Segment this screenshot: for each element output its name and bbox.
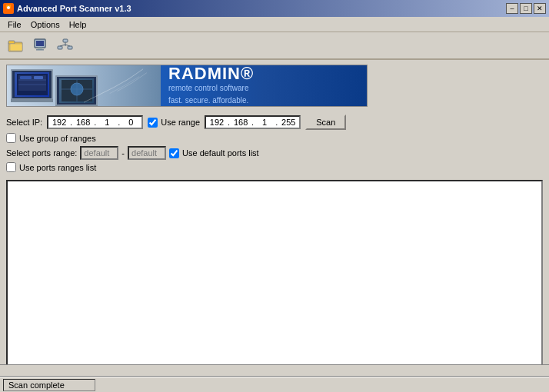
svg-point-2 [7,6,10,9]
svg-rect-21 [34,76,43,79]
app-icon [3,3,14,14]
ip-dot-2: . [93,118,97,127]
ip-input-group: . . . [47,115,143,129]
menu-file[interactable]: File [3,18,26,31]
monitor-base-1 [11,99,53,102]
monitor-images [11,69,98,106]
port-to-input[interactable] [128,146,166,160]
port-range-dash: - [121,148,125,158]
range-ip-dot-3: . [274,118,278,127]
ports-ranges-row: Use ports ranges list [6,162,543,172]
monitor-screen-1 [15,72,49,97]
range-ip-octet-2[interactable] [231,118,250,127]
range-ip-dot-2: . [251,118,255,127]
use-range-label[interactable]: Use range [148,118,200,128]
title-bar: Advanced Port Scanner v1.3 – □ ✕ [0,0,549,17]
controls-area: Select IP: . . . Use range . . . Scan [0,111,549,177]
monitor-1 [11,69,53,100]
minimize-button[interactable]: – [506,3,518,14]
range-ip-octet-3[interactable] [255,118,274,127]
select-ip-label: Select IP: [6,118,42,127]
monitor-2 [55,75,98,106]
results-area[interactable] [6,180,543,392]
range-ip-input-group: . . . [205,115,301,129]
use-default-ports-checkbox[interactable] [169,148,179,158]
title-text: Advanced Port Scanner v1.3 [3,3,131,14]
svg-rect-7 [36,41,44,46]
toolbar [0,32,549,60]
computer-button[interactable] [29,35,52,56]
menu-help[interactable]: Help [65,18,92,31]
svg-line-14 [60,45,65,46]
svg-rect-20 [20,76,32,79]
range-ip-octet-1[interactable] [208,118,226,127]
status-panel: Scan complete [3,379,95,391]
ports-label: Select ports range: [6,148,77,158]
radmin-banner: RADMIN® remote control software fast. se… [6,65,368,107]
monitor-base-2 [55,105,98,106]
svg-rect-9 [36,49,44,51]
use-range-checkbox[interactable] [148,118,158,128]
svg-rect-12 [68,46,72,49]
ip-row: Select IP: . . . Use range . . . Scan [6,115,543,130]
group-ranges-row: Use group of ranges [6,133,543,143]
use-ports-ranges-checkbox[interactable] [6,162,16,172]
range-ip-octet-4[interactable] [279,118,298,127]
ip-octet-2[interactable] [74,118,92,127]
use-group-checkbox[interactable] [6,133,16,143]
menu-bar: File Options Help [0,17,549,32]
close-button[interactable]: ✕ [534,3,546,14]
use-default-ports-label[interactable]: Use default ports list [169,148,259,158]
menu-options[interactable]: Options [26,18,65,31]
ip-octet-1[interactable] [50,118,68,127]
radmin-logo: RADMIN® [168,65,359,82]
status-text: Scan complete [8,380,65,390]
range-ip-dot-1: . [227,118,231,127]
scan-button[interactable]: Scan [305,115,346,130]
ip-dot-1: . [69,118,73,127]
monitor-screen-2 [59,78,94,103]
svg-rect-8 [38,48,42,49]
use-group-label[interactable]: Use group of ranges [6,133,96,143]
window-title: Advanced Port Scanner v1.3 [17,4,131,13]
progress-bar-container [0,364,549,377]
ip-dot-3: . [117,118,121,127]
open-folder-button[interactable] [5,35,28,56]
network-button[interactable] [54,35,77,56]
maximize-button[interactable]: □ [520,3,532,14]
svg-rect-5 [10,44,22,51]
banner-image [7,65,161,106]
ip-octet-3[interactable] [98,118,116,127]
radmin-tagline: remote control software fast. secure. af… [168,82,359,107]
status-bar: Scan complete [0,377,549,392]
ports-row: Select ports range: - Use default ports … [6,146,543,160]
svg-rect-11 [58,46,62,49]
svg-rect-4 [8,41,15,44]
ip-octet-4[interactable] [121,118,140,127]
svg-line-15 [65,45,70,46]
banner-text: RADMIN® remote control software fast. se… [161,65,367,106]
port-from-input[interactable] [80,146,118,160]
use-ports-ranges-label[interactable]: Use ports ranges list [6,162,96,172]
svg-rect-10 [63,39,68,42]
bottom-area: Scan complete [0,364,549,392]
title-controls: – □ ✕ [506,3,546,14]
